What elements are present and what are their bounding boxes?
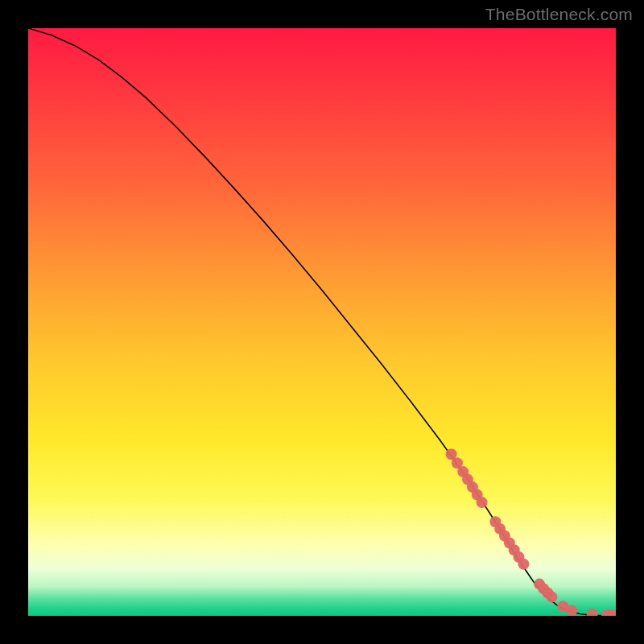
watermark-text: TheBottleneck.com — [485, 5, 633, 24]
data-point — [477, 497, 488, 508]
chart-svg — [28, 28, 616, 616]
data-point — [587, 609, 598, 616]
data-point — [546, 592, 557, 603]
chart-frame: TheBottleneck.com — [0, 0, 644, 644]
plot-area — [28, 28, 616, 616]
data-point — [518, 559, 529, 570]
data-point — [566, 605, 577, 616]
dots-group — [446, 448, 616, 616]
curve-line — [28, 28, 616, 616]
